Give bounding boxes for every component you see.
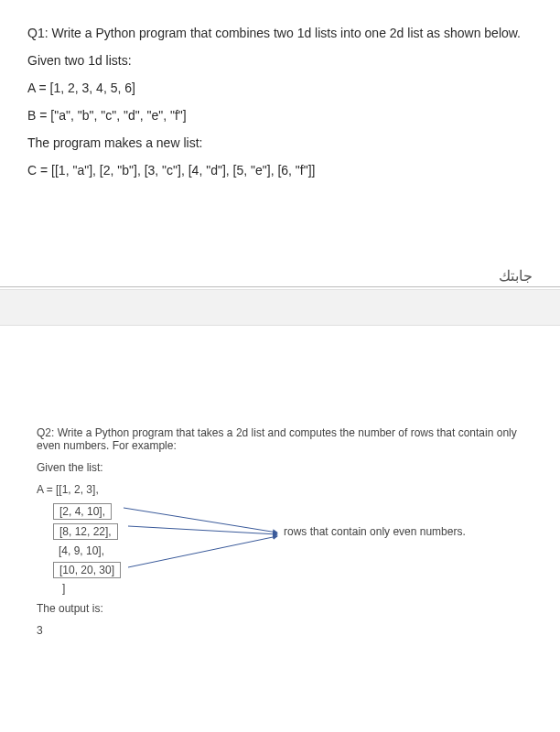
q1-list-c: C = [[1, "a"], [2, "b"], [3, "c"], [4, "… (27, 163, 533, 178)
q2-annotation: rows that contain only even numbers. (284, 525, 466, 538)
q2-close-bracket: ] (62, 582, 523, 595)
answer-heading: جابتك (0, 264, 560, 287)
q1-makes-label: The program makes a new list: (27, 135, 533, 150)
q2-list-head: A = [[1, 2, 3], (37, 483, 523, 496)
q2-output-label: The output is: (37, 602, 523, 615)
q1-given-label: Given two 1d lists: (27, 53, 533, 68)
q1-list-a: A = [1, 2, 3, 4, 5, 6] (27, 81, 533, 95)
question-1-block: Q1: Write a Python program that combines… (0, 0, 560, 209)
q2-row-3: [4, 9, 10], (53, 544, 110, 558)
page-separator (0, 289, 560, 326)
q1-prompt: Q1: Write a Python program that combines… (27, 26, 533, 40)
spacer (0, 209, 560, 264)
q2-row-2: [8, 12, 22], (53, 523, 118, 540)
q2-list-block: A = [[1, 2, 3], [2, 4, 10], [8, 12, 22],… (37, 483, 523, 595)
q2-row-4: [10, 20, 30] (53, 562, 121, 578)
question-2-block: Q2: Write a Python program that takes a … (0, 326, 560, 673)
q2-output-value: 3 (37, 624, 523, 637)
q2-given-label: Given the list: (37, 461, 523, 474)
q1-list-b: B = ["a", "b", "c", "d", "e", "f"] (27, 108, 533, 123)
q2-prompt: Q2: Write a Python program that takes a … (37, 426, 523, 452)
q2-row-1: [2, 4, 10], (53, 503, 112, 520)
